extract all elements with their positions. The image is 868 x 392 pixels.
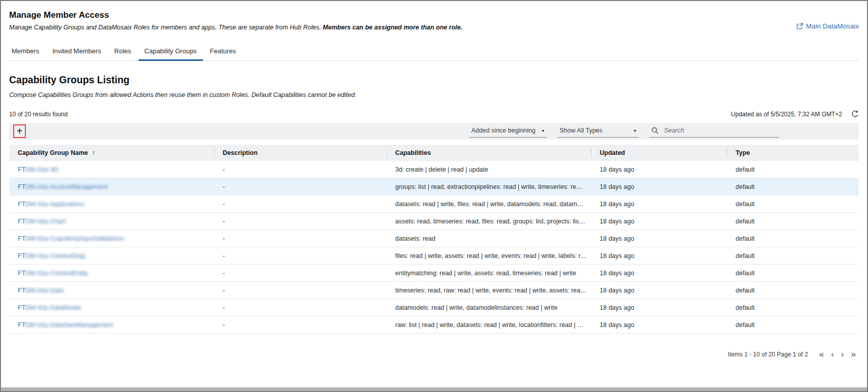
name-visible-part: FT bbox=[18, 252, 25, 259]
refresh-icon bbox=[851, 110, 859, 118]
sort-ascending-icon: ↑ bbox=[92, 149, 95, 156]
column-header-description[interactable]: Description bbox=[214, 145, 387, 161]
capability-group-link[interactable]: FTDM-Grp-AccessManagement bbox=[18, 183, 108, 190]
capability-group-link[interactable]: FTDM-Grp-ContextDiag bbox=[18, 252, 85, 259]
capability-group-name-cell: FTDM-Grp-DataSetsManagement bbox=[9, 321, 214, 329]
type-cell: default bbox=[727, 183, 861, 190]
main-datamosaix-link[interactable]: Main DataMosaix bbox=[796, 22, 859, 30]
added-since-filter-value: Added since beginning bbox=[471, 127, 536, 134]
updated-wrap: Updated as of 5/5/2025, 7:32 AM GMT+2 bbox=[731, 110, 859, 118]
capabilities-cell: entitymatching: read | write, assets: re… bbox=[387, 270, 591, 277]
refresh-button[interactable] bbox=[851, 110, 859, 118]
capability-group-link[interactable]: FTDM-Grp-Data bbox=[18, 287, 63, 294]
capabilities-cell: assets: read, timeseries: read, files: r… bbox=[387, 218, 591, 225]
capabilities-cell: files: read | write, assets: read | writ… bbox=[387, 252, 591, 259]
capabilities-cell: raw: list | read | write, datasets: read… bbox=[387, 321, 591, 329]
name-visible-part: FT bbox=[18, 235, 25, 242]
tab-capability-groups[interactable]: Capability Groups bbox=[138, 43, 203, 60]
name-redacted-part: DM-Grp-Chart bbox=[25, 218, 65, 225]
page-subtitle-text: Manage Capability Groups and DataMosaix … bbox=[9, 24, 323, 31]
capability-group-link[interactable]: FTDM-Grp-Applications bbox=[18, 201, 84, 208]
table-row[interactable]: FTDM-Grp-Chart-assets: read, timeseries:… bbox=[9, 213, 859, 230]
listing-description: Compose Capabilities Groups from allowed… bbox=[9, 91, 859, 99]
type-cell: default bbox=[727, 201, 861, 208]
description-cell: - bbox=[214, 201, 387, 208]
name-redacted-part: DM-Grp-ContextDiag bbox=[25, 252, 85, 259]
capability-group-link[interactable]: FTDM-Grp-ContextEntity bbox=[18, 270, 88, 277]
type-filter-dropdown[interactable]: Show All Types ▼ bbox=[558, 125, 639, 138]
previous-page-icon: ‹ bbox=[831, 349, 834, 359]
capability-group-name-cell: FTDM-Grp-ContextEntity bbox=[9, 270, 214, 277]
tab-roles[interactable]: Roles bbox=[108, 43, 137, 60]
first-page-icon: « bbox=[819, 349, 824, 359]
name-redacted-part: DM-Grp-DataSetsManagement bbox=[25, 321, 113, 329]
name-redacted-part: DM-Grp-Applications bbox=[25, 201, 84, 208]
updated-cell: 18 days ago bbox=[591, 166, 727, 173]
table-row[interactable]: FTDM-Grp-AccessManagement-groups: list |… bbox=[9, 178, 859, 195]
main-datamosaix-link-label: Main DataMosaix bbox=[806, 22, 859, 30]
column-header-type[interactable]: Type bbox=[727, 145, 861, 161]
name-redacted-part: DM-Grp-Data bbox=[25, 287, 63, 294]
capability-group-name-cell: FTDM-Grp-Applications bbox=[9, 201, 214, 208]
results-row: 10 of 20 results found Updated as of 5/5… bbox=[9, 110, 859, 118]
type-filter-value: Show All Types bbox=[560, 127, 603, 134]
caret-down-icon: ▼ bbox=[633, 129, 637, 133]
window-bottom-edge bbox=[1, 387, 867, 391]
type-cell: default bbox=[727, 252, 861, 259]
name-visible-part: FT bbox=[18, 201, 25, 208]
table-row[interactable]: FTDM-Grp-ContextDiag-files: read | write… bbox=[9, 247, 859, 265]
updated-cell: 18 days ago bbox=[591, 252, 727, 259]
column-header-capability-group-name[interactable]: Capability Group Name ↑ bbox=[9, 145, 214, 161]
listing-title: Capability Groups Listing bbox=[9, 74, 859, 86]
table-row[interactable]: FTDM-Grp-CogniteApInputValidations-datas… bbox=[9, 230, 859, 247]
next-page-button[interactable]: › bbox=[838, 350, 847, 358]
capability-group-link[interactable]: FTDM-Grp-CogniteApInputValidations bbox=[18, 235, 124, 242]
added-since-filter-dropdown[interactable]: Added since beginning ▼ bbox=[469, 125, 547, 138]
type-cell: default bbox=[727, 218, 861, 225]
tab-features-label: Features bbox=[210, 47, 236, 55]
column-header-updated[interactable]: Updated bbox=[591, 145, 727, 161]
table-row[interactable]: FTDM-Grp-DataSetsManagement-raw: list | … bbox=[9, 316, 859, 334]
tab-members[interactable]: Members bbox=[9, 43, 46, 60]
tab-invited-members[interactable]: Invited Members bbox=[46, 43, 108, 60]
capability-group-link[interactable]: FTDM-Grp-Chart bbox=[18, 218, 65, 225]
name-redacted-part: DM-Grp-DataModel bbox=[25, 304, 81, 311]
add-capability-group-button[interactable]: + bbox=[13, 124, 26, 138]
capability-group-name-cell: FTDM-Grp-Data bbox=[9, 287, 214, 294]
caret-down-icon: ▼ bbox=[541, 129, 545, 133]
table-row[interactable]: FTDM-Grp-DataModel-datamodels: read | wr… bbox=[9, 299, 859, 316]
description-cell: - bbox=[214, 304, 387, 311]
page-subtitle: Manage Capability Groups and DataMosaix … bbox=[9, 24, 859, 31]
search-box bbox=[649, 125, 779, 138]
description-cell: - bbox=[214, 270, 387, 277]
capabilities-cell: groups: list | read, extractionpipelines… bbox=[387, 183, 591, 190]
previous-page-button[interactable]: ‹ bbox=[828, 350, 837, 358]
updated-cell: 18 days ago bbox=[591, 235, 727, 242]
column-label: Type bbox=[736, 149, 750, 156]
table-row[interactable]: FTDM-Grp-3D-3d: create | delete | read |… bbox=[9, 161, 859, 178]
name-visible-part: FT bbox=[18, 183, 25, 190]
name-redacted-part: DM-Grp-AccessManagement bbox=[25, 183, 108, 190]
next-page-icon: › bbox=[841, 349, 844, 359]
last-page-button[interactable]: » bbox=[848, 350, 859, 358]
description-cell: - bbox=[214, 321, 387, 329]
table-row[interactable]: FTDM-Grp-ContextEntity-entitymatching: r… bbox=[9, 265, 859, 282]
capability-group-link[interactable]: FTDM-Grp-3D bbox=[18, 166, 58, 173]
column-header-capabilities[interactable]: Capabilities bbox=[387, 145, 591, 161]
tab-members-label: Members bbox=[12, 47, 39, 55]
description-cell: - bbox=[214, 218, 387, 225]
capability-group-link[interactable]: FTDM-Grp-DataModel bbox=[18, 304, 81, 311]
tab-features[interactable]: Features bbox=[203, 43, 242, 60]
description-cell: - bbox=[214, 166, 387, 173]
column-label: Description bbox=[223, 149, 258, 156]
search-input[interactable] bbox=[663, 126, 777, 135]
capability-group-link[interactable]: FTDM-Grp-DataSetsManagement bbox=[18, 321, 113, 329]
name-visible-part: FT bbox=[18, 304, 25, 311]
first-page-button[interactable]: « bbox=[816, 350, 827, 358]
plus-icon: + bbox=[17, 126, 23, 136]
column-label: Capability Group Name bbox=[18, 149, 88, 156]
table-row[interactable]: FTDM-Grp-Applications-datasets: read | w… bbox=[9, 195, 859, 213]
capability-group-name-cell: FTDM-Grp-DataModel bbox=[9, 304, 214, 311]
table-row[interactable]: FTDM-Grp-Data-timeseries: read, raw: rea… bbox=[9, 282, 859, 299]
capabilities-cell: datasets: read | write, files: read | wr… bbox=[387, 201, 591, 208]
